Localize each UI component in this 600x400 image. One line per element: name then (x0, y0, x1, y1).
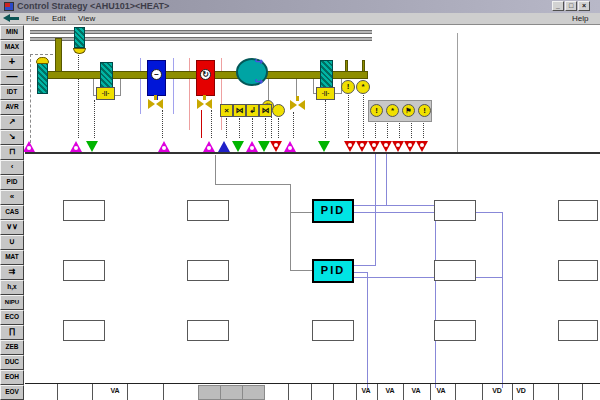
table-separator (430, 384, 431, 400)
triangle-dot (408, 143, 412, 147)
triangle-dot (274, 143, 278, 147)
parameter-block[interactable] (558, 320, 598, 341)
toolbar-button-avr[interactable]: AVR (0, 100, 24, 115)
actuator-icon-valve1[interactable]: ⋈ (233, 104, 246, 117)
toolbar-button-pid[interactable]: PID (0, 175, 24, 190)
panel-alarm-icon-2[interactable]: ! (418, 104, 431, 117)
parameter-block[interactable] (63, 320, 105, 341)
supply-damper[interactable] (320, 60, 333, 88)
alarm-icon-1[interactable]: ! (341, 80, 355, 94)
recovery-coil[interactable] (100, 62, 113, 90)
menu-edit[interactable]: Edit (52, 14, 66, 23)
close-button[interactable]: × (578, 1, 590, 11)
alarm-icon-2[interactable]: * (356, 80, 370, 94)
panel-gear-icon[interactable]: * (386, 104, 399, 117)
parameter-block[interactable] (434, 260, 476, 281)
menu-view[interactable]: View (78, 14, 95, 23)
toolbar-button-less-icon[interactable]: ‹ (0, 160, 24, 175)
drop-line (325, 100, 326, 138)
cooling-bracket-right (173, 58, 174, 114)
actuator-icon-valve2[interactable]: ⋈ (259, 104, 272, 117)
parameter-block[interactable] (187, 260, 229, 281)
actuator-icon-circle[interactable] (272, 104, 285, 117)
toolbar-button-step-icon[interactable]: ⊓ (0, 145, 24, 160)
toolbar-button-pulse-icon[interactable]: ∏ (0, 325, 24, 340)
table-separator (482, 384, 483, 400)
supply-sensor-box[interactable]: -||- (316, 87, 335, 100)
pid-block-2[interactable]: PID (312, 259, 354, 283)
bypass-valve-icon[interactable] (290, 100, 305, 110)
parameter-block[interactable] (558, 260, 598, 281)
toolbar-button-chevrons-icon[interactable]: « (0, 190, 24, 205)
toolbar-button-cas[interactable]: CAS (0, 205, 24, 220)
toolbar-button-plus[interactable]: + (0, 55, 24, 70)
wire (290, 184, 291, 271)
triangle-dot (360, 143, 364, 147)
damper-actuator-cap[interactable] (36, 57, 49, 64)
table-separator (533, 384, 534, 400)
parameter-block[interactable] (434, 200, 476, 221)
table-label-vd: VD (492, 387, 502, 394)
toolbar-button-max[interactable]: MAX (0, 40, 24, 55)
menu-file[interactable]: File (26, 14, 39, 23)
outside-air-damper[interactable] (37, 63, 48, 94)
table-separator (582, 384, 583, 400)
pid-block-1[interactable]: PID (312, 199, 354, 223)
toolbar-button-minus[interactable]: — (0, 70, 24, 85)
toolbar-button-ramp-down-icon[interactable]: ↘ (0, 130, 24, 145)
toolbar-button-hx[interactable]: h,x (0, 280, 24, 295)
table-separator (127, 384, 128, 400)
triangle-dot (162, 146, 166, 150)
parameter-block[interactable] (312, 320, 354, 341)
toolbar-button-graph-icon[interactable]: ⇉ (0, 265, 24, 280)
input-triangle-blue[interactable] (218, 141, 230, 152)
parameter-block[interactable] (63, 260, 105, 281)
actuator-icon-x[interactable]: × (220, 104, 233, 117)
wire (367, 272, 368, 388)
cooling-bracket-left (140, 58, 141, 114)
toolbar-button-ramp-up-icon[interactable]: ↗ (0, 115, 24, 130)
toolbar-button-dip-icon[interactable]: ∪ (0, 235, 24, 250)
recovery-coil-sensor-box[interactable]: -||- (96, 87, 115, 100)
toolbar-button-eoh[interactable]: EOH (0, 370, 24, 385)
output-triangle-green[interactable] (318, 141, 330, 152)
coil-bracket-left (93, 76, 94, 96)
cooling-valve-icon[interactable] (148, 99, 163, 109)
parameter-block[interactable] (187, 320, 229, 341)
actuator-icon-return[interactable]: ↲ (246, 104, 259, 117)
toolbar-button-zigzag-icon[interactable]: ∨∨ (0, 220, 24, 235)
table-top-border (25, 383, 600, 384)
output-triangle-green[interactable] (86, 141, 98, 152)
table-separator (512, 384, 513, 400)
back-arrow-icon-bar (9, 17, 19, 20)
output-triangle-green[interactable] (232, 141, 244, 152)
panel-alarm-icon-1[interactable]: ! (370, 104, 383, 117)
toolbar-button-mat[interactable]: MAT (0, 250, 24, 265)
wire (354, 272, 367, 273)
restore-button[interactable]: □ (565, 1, 577, 11)
parameter-block[interactable] (558, 200, 598, 221)
table-label-va: VA (436, 387, 445, 394)
toolbar-button-duc[interactable]: DUC (0, 355, 24, 370)
drop-line (252, 118, 253, 138)
heating-valve-icon[interactable] (197, 99, 212, 109)
toolbar-button-zeb[interactable]: ZEB (0, 340, 24, 355)
minimize-button[interactable]: _ (552, 1, 564, 11)
output-triangle-green[interactable] (258, 141, 270, 152)
panel-flag-icon[interactable]: ⚑ (402, 104, 415, 117)
parameter-block[interactable] (434, 320, 476, 341)
exhaust-damper-actuator-cap[interactable] (73, 48, 86, 54)
exhaust-duct-damper[interactable] (74, 27, 85, 48)
menu-help[interactable]: Help (572, 14, 588, 23)
drop-line (94, 100, 95, 138)
drop-line (399, 123, 400, 138)
toolbar-button-min[interactable]: MIN (0, 25, 24, 40)
toolbar-button-nipu[interactable]: NIPU (0, 295, 24, 310)
toolbar-button-idt[interactable]: IDT (0, 85, 24, 100)
parameter-block[interactable] (187, 200, 229, 221)
wire (435, 221, 436, 388)
drop-line (375, 123, 376, 138)
toolbar-button-eco[interactable]: ECO (0, 310, 24, 325)
parameter-block[interactable] (63, 200, 105, 221)
toolbar-button-eov[interactable]: EOV (0, 385, 24, 400)
